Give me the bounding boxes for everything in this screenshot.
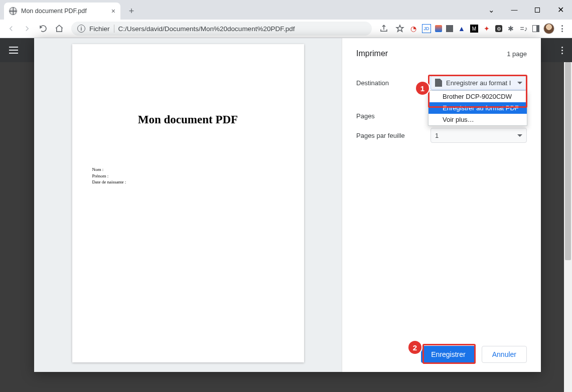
window-controls: ⌄ — ✕ xyxy=(480,0,572,20)
ext-icon[interactable] xyxy=(435,25,442,32)
back-button[interactable] xyxy=(4,22,18,36)
new-tab-button[interactable]: + xyxy=(124,4,138,18)
field-line: Prénom : xyxy=(92,173,284,179)
chevron-down-icon xyxy=(517,134,522,137)
ext-icon[interactable]: ✦ xyxy=(482,24,491,33)
tab-overflow-icon[interactable]: ⌄ xyxy=(480,3,503,18)
browser-tab[interactable]: Mon document PDF.pdf × xyxy=(4,3,120,20)
address-scheme: Fichier xyxy=(89,25,110,33)
document-icon xyxy=(435,79,442,87)
reload-button[interactable] xyxy=(36,22,50,36)
profile-avatar[interactable] xyxy=(543,23,554,34)
maximize-button[interactable] xyxy=(526,3,549,18)
annotation-marker: 1 xyxy=(416,82,429,95)
doc-fields: Nom : Prénom : Date de naissante : xyxy=(92,166,284,185)
browser-tab-bar: Mon document PDF.pdf × + ⌄ — ✕ xyxy=(0,0,572,20)
doc-title: Mon document PDF xyxy=(92,113,284,126)
site-info-icon[interactable]: i xyxy=(77,25,85,33)
pages-per-sheet-label: Pages par feuille xyxy=(356,132,431,139)
address-path: C:/Users/david/Documents/Mon%20document%… xyxy=(118,25,295,33)
ext-icon[interactable]: M xyxy=(470,25,478,33)
destination-value: Enregistrer au format I xyxy=(446,79,511,87)
scrollbar[interactable] xyxy=(564,62,572,392)
menu-icon[interactable] xyxy=(9,47,18,54)
dropdown-option[interactable]: Brother DCP-9020CDW xyxy=(428,91,527,102)
share-icon[interactable] xyxy=(377,22,391,36)
ext-icon[interactable] xyxy=(446,25,453,32)
forward-button[interactable] xyxy=(20,22,34,36)
destination-dropdown: Brother DCP-9020CDW Enregistrer au forma… xyxy=(428,90,527,126)
ext-icon[interactable]: ▲ xyxy=(457,24,466,33)
print-dialog: Mon document PDF Nom : Prénom : Date de … xyxy=(34,38,541,372)
dropdown-option[interactable]: Voir plus… xyxy=(428,114,527,125)
scrollbar-thumb[interactable] xyxy=(565,62,571,260)
extensions-icon[interactable]: ✱ xyxy=(506,24,515,33)
extensions-row: ◔ JD ▲ M ✦ ⚙ ✱ =♪ xyxy=(409,23,568,34)
annotation-marker: 2 xyxy=(408,341,421,354)
field-line: Nom : xyxy=(92,166,284,173)
bookmark-star-icon[interactable] xyxy=(393,22,407,36)
print-preview: Mon document PDF Nom : Prénom : Date de … xyxy=(34,38,342,372)
ext-icon[interactable]: ◔ xyxy=(409,24,418,33)
side-panel-icon[interactable] xyxy=(532,25,539,32)
close-tab-icon[interactable]: × xyxy=(111,7,115,15)
page-count: 1 page xyxy=(507,50,527,58)
field-line: Date de naissante : xyxy=(92,179,284,185)
print-title: Imprimer xyxy=(356,49,388,58)
close-window-button[interactable]: ✕ xyxy=(549,3,572,18)
save-button[interactable]: Enregistrer xyxy=(421,346,475,363)
dropdown-option[interactable]: Enregistrer au format PDF xyxy=(428,102,527,114)
chevron-down-icon xyxy=(517,82,522,84)
minimize-button[interactable]: — xyxy=(503,3,526,18)
home-button[interactable] xyxy=(52,22,66,36)
pages-per-sheet-select[interactable]: 1 xyxy=(431,128,527,143)
address-bar[interactable]: i Fichier C:/Users/david/Documents/Mon%2… xyxy=(71,22,372,36)
pages-per-sheet-value: 1 xyxy=(435,132,439,139)
pages-label: Pages xyxy=(356,112,431,120)
pdf-more-icon[interactable] xyxy=(561,47,563,54)
ext-icon[interactable]: ⚙ xyxy=(495,25,502,32)
browser-menu-icon[interactable] xyxy=(558,25,566,32)
print-settings: Imprimer 1 page Destination Enregistrer … xyxy=(342,38,541,372)
tab-title: Mon document PDF.pdf xyxy=(21,8,87,15)
globe-icon xyxy=(9,7,17,15)
destination-select[interactable]: Enregistrer au format I Brother DCP-9020… xyxy=(431,75,527,90)
cancel-button[interactable]: Annuler xyxy=(482,346,527,363)
separator xyxy=(114,25,114,33)
ext-icon[interactable]: =♪ xyxy=(519,24,528,33)
ext-icon[interactable]: JD xyxy=(422,24,431,33)
browser-toolbar: i Fichier C:/Users/david/Documents/Mon%2… xyxy=(0,20,572,38)
preview-page: Mon document PDF Nom : Prénom : Date de … xyxy=(72,44,304,362)
